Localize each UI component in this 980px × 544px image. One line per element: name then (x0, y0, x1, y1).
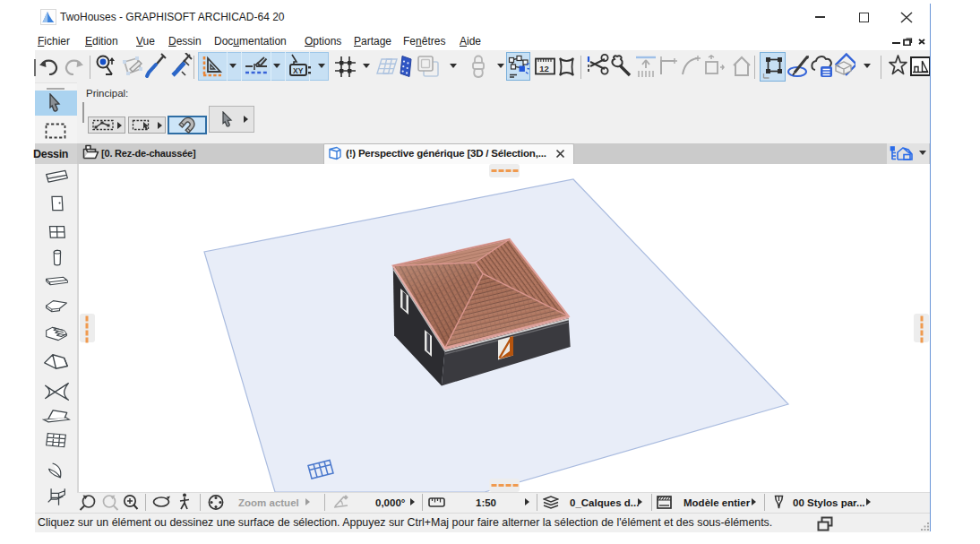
svg-text:12: 12 (539, 64, 549, 73)
svg-text:XY: XY (293, 66, 304, 75)
